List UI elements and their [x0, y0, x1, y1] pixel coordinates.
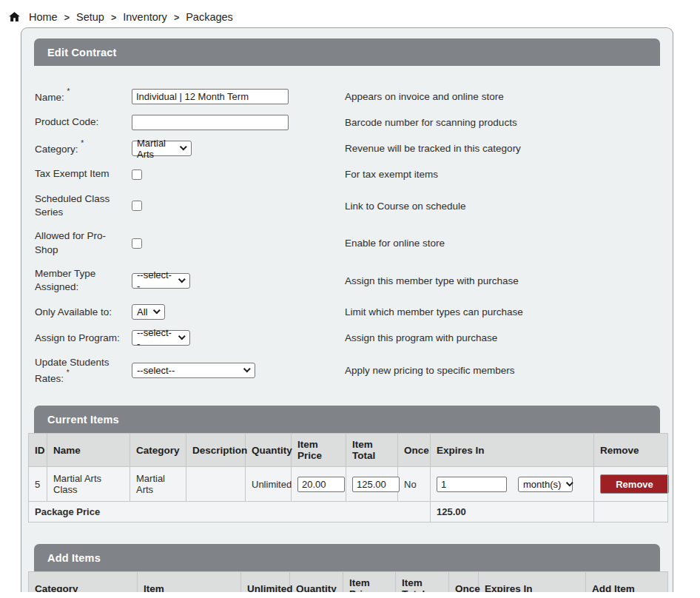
breadcrumb: Home > Setup > Inventory > Packages [0, 0, 700, 25]
scheduled-class-checkbox[interactable] [132, 201, 142, 211]
item-once: No [398, 467, 431, 502]
col-name: Name [47, 434, 130, 467]
chevron-down-icon [566, 479, 573, 486]
only-available-help: Limit which member types can purchase [345, 306, 523, 318]
expires-unit-select[interactable]: month(s) [518, 477, 573, 492]
member-type-help: Assign this member type with purchase [345, 275, 519, 286]
col-id: ID [29, 434, 47, 467]
edit-contract-form: Name: * Appears on invoice and online st… [28, 66, 666, 406]
col-once: Once [398, 434, 431, 467]
chevron-down-icon [180, 143, 187, 150]
member-type-select[interactable]: --select-- [132, 273, 190, 289]
col-once: Once [449, 572, 479, 592]
assign-program-select[interactable]: --select-- [132, 330, 190, 346]
chevron-down-icon [178, 333, 186, 340]
current-items-header: Current Items [34, 406, 660, 433]
tax-exempt-help: For tax exempt items [345, 169, 438, 180]
form-row-assign-program: Assign to Program: --select-- Assign thi… [35, 330, 666, 346]
col-description: Description [186, 434, 246, 467]
item-price-input[interactable] [297, 477, 345, 492]
expires-value-input[interactable] [437, 477, 507, 492]
col-item-total: Item Total [396, 572, 449, 592]
col-item-price: Item Price [343, 572, 396, 592]
update-rates-label: Update Students Rates: [35, 357, 110, 383]
breadcrumb-setup[interactable]: Setup [76, 11, 104, 23]
item-id: 5 [29, 467, 47, 502]
form-row-tax-exempt: Tax Exempt Item For tax exempt items [35, 167, 666, 182]
name-help: Appears on invoice and online store [345, 91, 504, 102]
update-rates-select[interactable]: --select-- [132, 363, 255, 378]
form-row-only-available: Only Available to: All Limit which membe… [35, 304, 666, 320]
package-price-label: Package Price [29, 502, 431, 523]
item-total-input[interactable] [352, 477, 400, 492]
pro-shop-checkbox[interactable] [132, 238, 142, 249]
pro-shop-help: Enable for online store [345, 238, 445, 249]
breadcrumb-separator: > [174, 12, 179, 23]
package-price-total: 125.00 [431, 502, 594, 523]
required-marker: * [67, 87, 70, 95]
add-items-title: Add Items [47, 552, 101, 564]
breadcrumb-inventory[interactable]: Inventory [123, 11, 167, 23]
breadcrumb-packages: Packages [186, 11, 233, 23]
product-code-help: Barcode number for scanning products [345, 117, 517, 128]
form-row-category: Category: * Martial Arts Revenue will be… [35, 141, 666, 156]
current-item-row: 5 Martial Arts Class Martial Arts Unlimi… [29, 467, 668, 502]
form-row-name: Name: * Appears on invoice and online st… [35, 89, 666, 104]
col-remove: Remove [594, 434, 668, 467]
form-row-pro-shop: Allowed for Pro-Shop Enable for online s… [35, 229, 666, 256]
package-price-row: Package Price 125.00 [29, 502, 668, 523]
tax-exempt-label: Tax Exempt Item [35, 168, 110, 179]
product-code-input[interactable] [132, 115, 289, 130]
assign-program-label: Assign to Program: [35, 332, 120, 343]
home-icon[interactable] [8, 11, 21, 23]
form-row-member-type: Member Type Assigned: --select-- Assign … [35, 267, 666, 294]
col-item-price: Item Price [292, 434, 346, 467]
col-expires-in: Expires In [479, 572, 586, 592]
col-unlimited: Unlimited [241, 572, 290, 592]
current-items-title: Current Items [47, 414, 119, 426]
category-select[interactable]: Martial Arts [132, 141, 192, 156]
edit-contract-title: Edit Contract [47, 47, 117, 58]
product-code-label: Product Code: [35, 116, 98, 127]
current-items-table: ID Name Category Description Quantity It… [28, 433, 668, 523]
name-label: Name: [35, 92, 64, 103]
remove-button[interactable]: Remove [600, 474, 669, 494]
edit-contract-header: Edit Contract [34, 38, 660, 66]
chevron-down-icon [153, 307, 161, 315]
form-row-update-rates: Update Students Rates: * --select-- Appl… [35, 356, 666, 385]
item-name: Martial Arts Class [47, 467, 130, 502]
update-rates-help: Apply new pricing to specific members [345, 365, 515, 376]
breadcrumb-separator: > [64, 12, 70, 23]
tax-exempt-checkbox[interactable] [132, 169, 142, 180]
col-add-item: Add Item [586, 572, 668, 592]
col-quantity: Quantity [246, 434, 292, 467]
form-row-scheduled-class: Scheduled Class Series Link to Course on… [35, 192, 666, 219]
breadcrumb-home[interactable]: Home [29, 11, 58, 23]
col-category: Category [130, 434, 186, 467]
category-help: Revenue will be tracked in this category [345, 143, 521, 154]
item-description [186, 467, 246, 502]
breadcrumb-separator: > [111, 12, 116, 23]
item-quantity: Unlimited [246, 467, 292, 502]
member-type-label: Member Type Assigned: [35, 268, 95, 292]
required-marker: * [67, 369, 70, 377]
add-items-header: Add Items [34, 544, 660, 571]
add-items-header-row: Category Item Unlimited Quantity Item Pr… [29, 572, 668, 592]
col-item: Item [138, 572, 241, 592]
scheduled-class-help: Link to Course on schedule [345, 201, 466, 212]
pro-shop-label: Allowed for Pro-Shop [35, 230, 106, 255]
form-row-product-code: Product Code: Barcode number for scannin… [35, 115, 666, 130]
only-available-label: Only Available to: [35, 306, 112, 318]
name-input[interactable] [132, 89, 289, 104]
col-expires-in: Expires In [431, 434, 594, 467]
only-available-select[interactable]: All [132, 304, 165, 320]
scheduled-class-label: Scheduled Class Series [35, 193, 110, 218]
category-label: Category: [35, 144, 78, 155]
col-quantity: Quantity [290, 572, 343, 592]
main-container: Edit Contract Name: * Appears on invoice… [21, 27, 673, 592]
col-category: Category [29, 572, 138, 592]
current-items-header-row: ID Name Category Description Quantity It… [29, 434, 668, 467]
item-category: Martial Arts [130, 467, 186, 502]
assign-program-help: Assign this program with purchase [345, 332, 497, 343]
required-marker: * [81, 139, 84, 147]
